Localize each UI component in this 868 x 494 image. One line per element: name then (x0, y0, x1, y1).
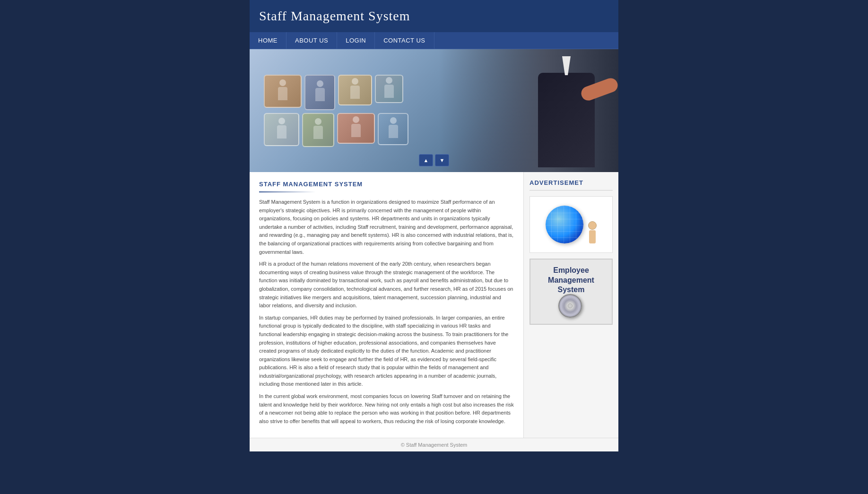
ad-ems[interactable]: Employee Management System (529, 259, 613, 325)
article-para-4: In the current global work environment, … (259, 392, 514, 425)
main-content: STAFF MANAGEMENT SYSTEM Staff Management… (250, 172, 618, 438)
stick-head (588, 221, 597, 230)
hero-figure (439, 49, 618, 172)
article-para-1: Staff Management System is a function in… (259, 198, 514, 256)
site-footer: © Staff Management System (250, 438, 618, 451)
hero-banner: ▲ ▼ (250, 49, 618, 172)
ads-title: ADVERTISEMET (529, 179, 613, 186)
collage-card (304, 75, 335, 110)
site-header: Staff Management System (250, 0, 618, 32)
collage-card (378, 113, 408, 145)
stick-body (589, 230, 596, 243)
ads-divider (529, 190, 613, 191)
collage-card (264, 113, 299, 146)
cd-disc-icon (558, 294, 582, 318)
main-nav: HOME ABOUT US LOGIN CONTACT US (250, 32, 618, 49)
collage-card (375, 75, 403, 103)
carousel-up-button[interactable]: ▲ (419, 154, 433, 166)
cd-container (558, 294, 584, 318)
ads-section: ADVERTISEMET Employee Management System (524, 172, 618, 438)
collage-card (337, 113, 375, 144)
collage-card (264, 75, 302, 108)
carousel-down-button[interactable]: ▼ (435, 154, 449, 166)
stick-figure (588, 221, 597, 243)
article-para-3: In startup companies, HR duties may be p… (259, 314, 514, 389)
cd-hole (568, 303, 573, 308)
ems-label: Employee Management System (535, 266, 607, 295)
article-section: STAFF MANAGEMENT SYSTEM Staff Management… (250, 172, 524, 438)
nav-home[interactable]: HOME (250, 32, 286, 49)
article-divider (259, 191, 316, 192)
nav-contact[interactable]: CONTACT US (375, 32, 434, 49)
collage-card (338, 75, 372, 105)
article-body: Staff Management System is a function in… (259, 198, 514, 425)
globe-icon (546, 206, 583, 243)
photo-collage (259, 70, 420, 152)
article-title: STAFF MANAGEMENT SYSTEM (259, 181, 514, 188)
carousel-controls: ▲ ▼ (419, 154, 449, 166)
nav-about[interactable]: ABOUT US (286, 32, 337, 49)
article-para-2: HR is a product of the human relations m… (259, 260, 514, 310)
site-title: Staff Management System (259, 9, 609, 24)
collage-card (302, 113, 334, 147)
ad-globe[interactable] (529, 196, 613, 253)
pointing-person (524, 54, 609, 167)
globe-figure (546, 206, 597, 243)
footer-text: © Staff Management System (401, 442, 468, 448)
nav-login[interactable]: LOGIN (337, 32, 375, 49)
